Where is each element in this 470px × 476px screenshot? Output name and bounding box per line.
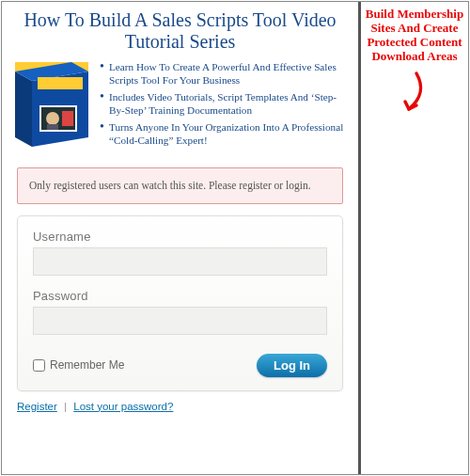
hero-row: Learn How To Create A Powerful And Effec…	[2, 60, 358, 154]
main-panel: How To Build A Sales Scripts Tool Video …	[2, 2, 361, 474]
remember-label: Remember Me	[50, 358, 124, 372]
register-link[interactable]: Register	[17, 401, 57, 412]
separator: |	[64, 401, 67, 412]
feature-bullet: Learn How To Create A Powerful And Effec…	[100, 60, 349, 87]
username-input[interactable]	[33, 247, 327, 276]
lost-password-link[interactable]: Lost your password?	[73, 401, 173, 412]
footer-links: Register | Lost your password?	[17, 401, 343, 412]
svg-point-7	[46, 112, 59, 125]
svg-rect-4	[38, 77, 83, 89]
password-label: Password	[33, 289, 327, 303]
feature-list: Learn How To Create A Powerful And Effec…	[100, 60, 349, 151]
page-title: How To Build A Sales Scripts Tool Video …	[9, 9, 351, 53]
access-notice: Only registered users can watch this sit…	[17, 167, 343, 204]
arrow-icon	[363, 70, 466, 122]
password-input[interactable]	[33, 307, 327, 335]
remember-me[interactable]: Remember Me	[33, 358, 124, 372]
callout-text: Build Membership Sites And Create Protec…	[363, 8, 466, 64]
product-boxshot	[11, 60, 94, 151]
svg-rect-10	[18, 88, 29, 119]
feature-bullet: Includes Video Tutorials, Script Templat…	[100, 90, 349, 117]
annotation-panel: Build Membership Sites And Create Protec…	[361, 2, 468, 474]
login-button[interactable]: Log In	[257, 354, 327, 377]
username-label: Username	[33, 230, 327, 244]
svg-rect-9	[62, 111, 73, 126]
svg-rect-8	[47, 124, 58, 130]
feature-bullet: Turns Anyone In Your Organization Into A…	[100, 120, 349, 147]
remember-checkbox[interactable]	[33, 359, 45, 372]
login-form: Username Password Remember Me Log In	[17, 215, 343, 391]
